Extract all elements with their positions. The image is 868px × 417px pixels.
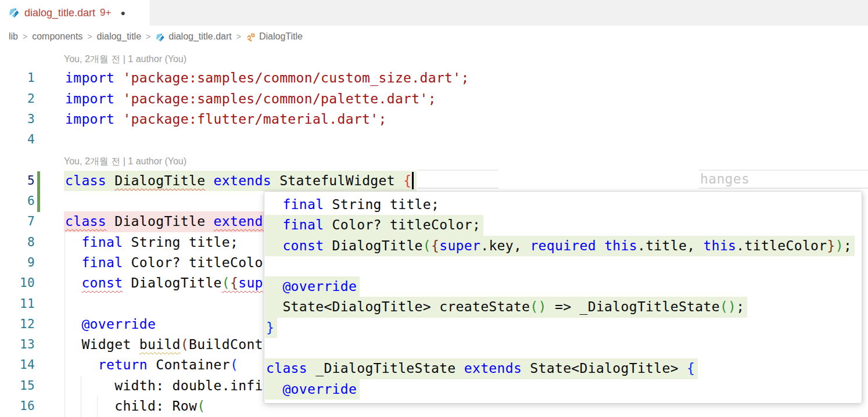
code-token: Container — [156, 357, 230, 372]
diff-add-highlight: const DialogTitle({super.key, required t… — [265, 236, 855, 256]
code-token: ; — [844, 238, 852, 253]
code-token: StatefulWidget — [279, 173, 403, 188]
code-token: this — [704, 238, 737, 253]
code-token — [123, 275, 131, 290]
breadcrumb-item-dialog-title-file[interactable]: dialog_title.dart — [168, 31, 232, 42]
code-token: final — [282, 197, 324, 212]
code-token: } — [266, 320, 274, 335]
code-token: class — [65, 173, 106, 188]
tab-title: dialog_title.dart — [24, 7, 95, 19]
code-token: Widget — [81, 337, 139, 352]
code-token — [596, 238, 604, 253]
code-token: .title, — [637, 238, 704, 253]
code-line: final Color? titleColor; — [265, 215, 862, 235]
code-line: 1import 'package:samples/common/custom_s… — [0, 68, 868, 88]
code-token: ( — [197, 398, 205, 414]
vscode-window: dialog_title.dart 9+ ● lib > components … — [0, 0, 868, 417]
blame-text: You, 2개월 전 | 1 author (You) — [64, 54, 186, 64]
code-token: DialogTitle — [114, 173, 205, 188]
code-token: sup — [238, 275, 263, 290]
line-content: Widget build(BuildCont — [64, 335, 264, 355]
diff-add-highlight: State<DialogTitle> createState() => _Dia… — [265, 297, 747, 317]
breadcrumb-item-dialog-title-folder[interactable]: dialog_title — [97, 31, 142, 42]
line-number: 10 — [0, 273, 35, 293]
plain-line-bg: const DialogTitle({sup — [64, 273, 264, 293]
line-content: import 'package:samples/common/palette.d… — [64, 89, 437, 109]
line-content: return Container( — [64, 355, 239, 375]
code-token: Color? titleColor; — [332, 217, 481, 232]
code-token — [266, 299, 282, 314]
code-line — [265, 256, 862, 276]
line-number — [0, 150, 35, 170]
line-content: class _DialogTitleState extends State<Di… — [265, 358, 698, 379]
line-number: 7 — [0, 211, 35, 232]
code-token — [106, 173, 114, 188]
code-token: .key, — [480, 238, 530, 253]
code-token: this — [604, 238, 637, 253]
line-content: final Color? titleColor; — [265, 215, 483, 235]
plain-line-bg: import 'package:samples/common/custom_si… — [64, 68, 471, 88]
code-line: 3import 'package:flutter/material.dart'; — [0, 109, 868, 130]
line-content: import 'package:samples/common/custom_si… — [64, 68, 471, 88]
tab-bar: dialog_title.dart 9+ ● — [0, 0, 868, 26]
code-token: final — [81, 235, 123, 250]
code-token — [266, 197, 282, 212]
diff-add-highlight: class _DialogTitleState extends State<Di… — [265, 358, 698, 379]
code-token — [522, 361, 530, 376]
code-line: const DialogTitle({super.key, required t… — [265, 236, 862, 256]
code-token: { — [687, 361, 695, 376]
dirty-indicator-icon[interactable]: ● — [120, 8, 125, 17]
code-token: ( — [230, 357, 238, 372]
code-token: 'package:flutter/material.dart'; — [123, 112, 386, 127]
code-token: DialogTitle — [131, 275, 222, 290]
breadcrumb-item-lib[interactable]: lib — [9, 31, 18, 42]
code-token — [65, 235, 81, 250]
dart-icon — [155, 33, 165, 42]
code-token — [114, 91, 123, 106]
line-content: State<DialogTitle> createState() => _Dia… — [265, 297, 747, 317]
line-content: const DialogTitle({sup — [64, 273, 264, 293]
code-token: State<DialogTitle> createState — [282, 299, 530, 314]
code-token — [65, 398, 114, 414]
line-content: final String title; — [265, 195, 440, 215]
problems-badge: 9+ — [100, 7, 111, 19]
code-token: @override — [282, 279, 357, 294]
code-token: ( — [222, 275, 230, 290]
hint-strip — [418, 170, 498, 189]
line-content — [64, 130, 66, 150]
line-content: final String title; — [64, 232, 239, 253]
code-line: class _DialogTitleState extends State<Di… — [265, 358, 862, 379]
breadcrumb-item-dialogtitle-class[interactable]: DialogTitle — [259, 31, 303, 42]
line-number: 1 — [0, 68, 35, 88]
code-token — [65, 378, 114, 393]
chevron-separator: > — [236, 32, 241, 41]
plain-line-bg: final Color? titleColo — [64, 253, 264, 273]
code-token — [123, 235, 131, 250]
line-content: width: double.infi — [64, 376, 264, 396]
code-token — [65, 275, 81, 290]
tab-dialog-title-dart[interactable]: dialog_title.dart 9+ ● — [0, 0, 150, 26]
line-content — [265, 256, 267, 276]
code-token: => _DialogTitleState — [547, 299, 720, 314]
code-token: const — [282, 238, 324, 253]
diff-add-highlight: @override — [265, 276, 360, 297]
chevron-separator: > — [87, 32, 92, 41]
code-token: width: double.infi — [114, 378, 263, 393]
line-number: 15 — [0, 376, 35, 396]
code-token — [324, 217, 332, 232]
code-token — [266, 382, 282, 397]
line-number — [0, 48, 35, 68]
line-content: child: Row( — [64, 396, 206, 416]
line-number: 9 — [0, 253, 35, 273]
plain-line-bg: Widget build(BuildCont — [64, 335, 264, 355]
diff-add-highlight: @override — [265, 379, 360, 400]
code-token: import — [65, 91, 114, 106]
code-token: extends — [214, 214, 271, 229]
code-token: .titleColor — [736, 238, 827, 253]
code-token — [65, 357, 98, 372]
plain-line-bg: @override — [64, 314, 157, 335]
code-token: { — [230, 275, 238, 290]
breadcrumb-item-components[interactable]: components — [32, 31, 83, 42]
code-token — [205, 214, 213, 229]
inline-suggestion-popup[interactable]: final String title; final Color? titleCo… — [264, 191, 862, 404]
